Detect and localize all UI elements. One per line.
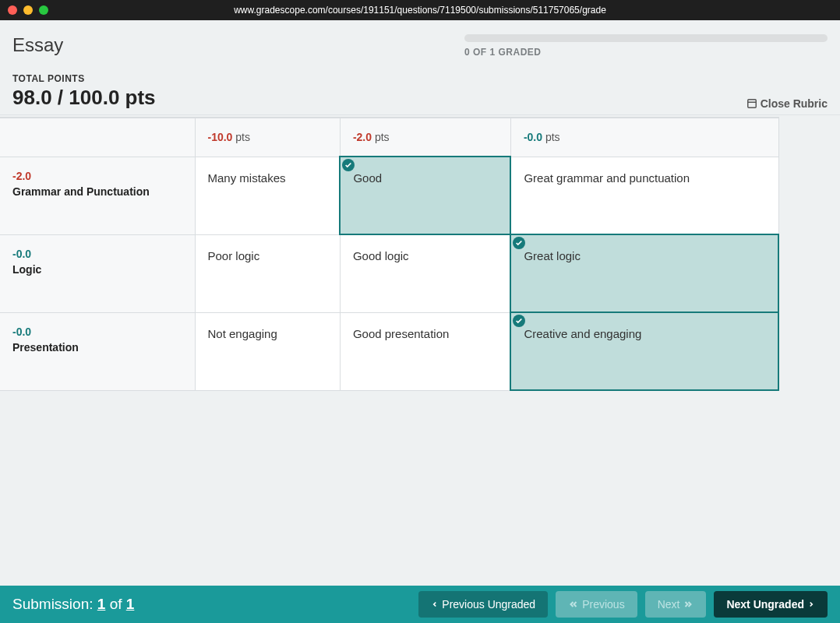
window-maximize-button[interactable] (39, 5, 48, 15)
page-header: Essay 0 OF 1 GRADED (0, 20, 840, 64)
window-minimize-button[interactable] (23, 5, 33, 15)
row-criterion-name: Grammar and Punctuation (12, 185, 182, 198)
chevron-left-icon (431, 600, 439, 609)
rubric-cell[interactable]: Good presentation (340, 312, 510, 390)
rubric-column-header: -2.0 pts (340, 118, 510, 157)
rubric-cell-text: Good (353, 171, 382, 185)
progress-bar (464, 34, 828, 42)
grading-progress: 0 OF 1 GRADED (464, 34, 828, 58)
submission-counter: Submission: 1 of 1 (12, 596, 134, 613)
rubric-cell[interactable]: Poor logic (195, 234, 340, 312)
progress-label: 0 OF 1 GRADED (464, 47, 828, 58)
next-ungraded-button[interactable]: Next Ungraded (714, 591, 828, 618)
url-display: www.gradescope.com/courses/191151/questi… (234, 5, 606, 16)
rubric-cell-text: Good logic (353, 249, 409, 262)
rubric-cell[interactable]: Not engaging (195, 312, 340, 390)
rubric-row-header: -2.0Grammar and Punctuation (0, 157, 195, 234)
column-pts-unit: pts (542, 131, 560, 143)
rubric-cell-text: Not engaging (208, 327, 277, 340)
check-icon (513, 237, 525, 249)
rubric-cell-text: Great grammar and punctuation (524, 171, 690, 185)
collapse-icon (746, 98, 757, 109)
row-points: -0.0 (12, 326, 182, 338)
check-icon (342, 159, 355, 171)
rubric-cell-text: Many mistakes (208, 171, 286, 185)
rubric-cell[interactable]: Creative and engaging (510, 312, 778, 390)
column-points: -10.0 (208, 131, 233, 143)
rubric-header-corner (0, 118, 195, 157)
row-points: -2.0 (12, 170, 182, 182)
row-criterion-name: Presentation (12, 341, 182, 354)
row-criterion-name: Logic (12, 263, 182, 276)
rubric-table: -10.0 pts-2.0 pts-0.0 pts -2.0Grammar an… (0, 117, 779, 391)
rubric-cell-text: Poor logic (208, 249, 260, 262)
window-close-button[interactable] (8, 5, 17, 15)
rubric-cell[interactable]: Many mistakes (195, 157, 340, 234)
rubric-row-header: -0.0Presentation (0, 312, 195, 390)
check-icon (513, 315, 525, 327)
total-points-value: 98.0 / 100.0 pts (12, 86, 746, 110)
rubric-cell-text: Great logic (524, 249, 581, 262)
rubric-cell[interactable]: Great logic (510, 234, 778, 312)
points-row: TOTAL POINTS 98.0 / 100.0 pts Close Rubr… (0, 64, 840, 115)
total-points-label: TOTAL POINTS (12, 73, 746, 84)
rubric-column-header: -10.0 pts (195, 118, 340, 157)
rubric-cell-text: Good presentation (353, 327, 449, 340)
previous-button: Previous (556, 591, 637, 618)
next-button: Next (645, 591, 707, 618)
column-pts-unit: pts (372, 131, 390, 143)
column-points: -2.0 (353, 131, 372, 143)
rubric-cell-text: Creative and engaging (524, 327, 641, 340)
window-controls (8, 5, 48, 15)
chevrons-right-icon (683, 600, 694, 609)
rubric-row-header: -0.0Logic (0, 234, 195, 312)
rubric-cell[interactable]: Good logic (340, 234, 510, 312)
window-titlebar: www.gradescope.com/courses/191151/questi… (0, 0, 840, 20)
chevrons-left-icon (568, 600, 579, 609)
page-title: Essay (12, 34, 63, 56)
previous-ungraded-button[interactable]: Previous Ungraded (418, 591, 548, 618)
close-rubric-button[interactable]: Close Rubric (746, 97, 828, 110)
chevron-right-icon (807, 600, 815, 609)
svg-rect-0 (747, 100, 756, 108)
rubric-column-header: -0.0 pts (510, 118, 778, 157)
column-points: -0.0 (524, 131, 542, 143)
close-rubric-label: Close Rubric (761, 97, 828, 110)
rubric-cell[interactable]: Great grammar and punctuation (510, 157, 778, 234)
rubric-cell[interactable]: Good (340, 157, 510, 234)
footer-bar: Submission: 1 of 1 Previous Ungraded Pre… (0, 586, 840, 623)
row-points: -0.0 (12, 248, 182, 260)
column-pts-unit: pts (232, 131, 250, 143)
